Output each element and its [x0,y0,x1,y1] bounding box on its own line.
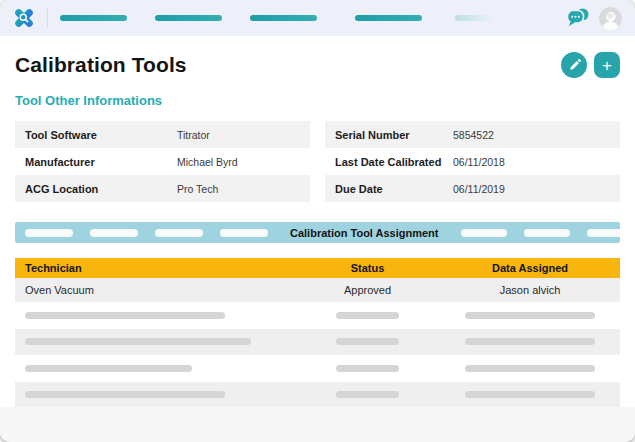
plus-icon: + [602,57,612,74]
info-label: Manufacturer [25,156,177,168]
banner-placeholder [90,229,138,237]
banner-placeholder [155,229,203,237]
row-placeholder [465,365,595,372]
info-label: ACG Location [25,183,177,195]
table-row: Oven Vacuum Approved Jason alvich [15,278,620,302]
info-label: Last Date Calibrated [335,156,453,168]
page-header: Calibration Tools + [15,52,620,78]
row-placeholder [336,338,399,345]
nav-item-placeholder-3[interactable] [250,15,317,21]
row-placeholder [336,365,399,372]
info-value: Titrator [177,129,210,141]
placeholder-row [15,355,620,382]
cell-data-assigned: Jason alvich [440,284,620,296]
row-placeholder [465,391,595,398]
nav-item-placeholder-1[interactable] [60,15,127,21]
row-placeholder [336,391,399,398]
assignment-banner-title: Calibration Tool Assignment [290,227,439,239]
info-row: Tool Software Titrator [15,121,310,148]
info-value: Pro Tech [177,183,218,195]
chat-bubbles-icon[interactable] [565,6,590,30]
row-placeholder [336,312,399,319]
app-logo-icon[interactable] [10,4,38,32]
row-placeholder [25,312,225,319]
nav-item-placeholder-5[interactable] [455,15,493,21]
nav-item-placeholder-4[interactable] [355,15,422,21]
banner-placeholder [25,229,73,237]
banner-placeholder [461,229,507,237]
info-value: 5854522 [453,129,494,141]
tool-info-table-right: Serial Number 5854522 Last Date Calibrat… [325,121,620,202]
nav-item-placeholder-2[interactable] [155,15,222,21]
page-title: Calibration Tools [15,53,561,77]
banner-placeholder [524,229,570,237]
info-label: Due Date [335,183,453,195]
info-label: Serial Number [335,129,453,141]
row-placeholder [25,365,192,372]
column-header-data-assigned: Data Assigned [440,262,620,274]
cell-technician: Oven Vacuum [15,284,295,296]
row-placeholder [25,391,225,398]
edit-button[interactable] [561,52,587,78]
info-row: Manufacturer Michael Byrd [15,148,310,175]
info-label: Tool Software [25,129,177,141]
info-value: Michael Byrd [177,156,238,168]
page-content: Calibration Tools + Tool Other Informati… [0,52,635,408]
info-value: 06/11/2019 [453,183,505,195]
column-header-technician: Technician [15,262,295,274]
row-placeholder [465,312,595,319]
banner-placeholder [587,229,633,237]
row-placeholder [25,338,251,345]
add-button[interactable]: + [594,52,620,78]
info-row: Last Date Calibrated 06/11/2018 [325,148,620,175]
cell-status: Approved [295,284,440,296]
info-row: Due Date 06/11/2019 [325,175,620,202]
table-header-row: Technician Status Data Assigned [15,258,620,278]
info-row: ACG Location Pro Tech [15,175,310,202]
top-navigation-bar [0,0,635,36]
info-row: Serial Number 5854522 [325,121,620,148]
placeholder-row [15,329,620,356]
assignment-banner: Calibration Tool Assignment [15,222,620,243]
pencil-icon [568,59,581,72]
tool-info-table-left: Tool Software Titrator Manufacturer Mich… [15,121,310,202]
info-value: 06/11/2018 [453,156,505,168]
banner-placeholder [220,229,268,237]
placeholder-row [15,302,620,329]
row-placeholder [465,338,595,345]
placeholder-row [15,382,620,409]
page-footer-area [0,407,635,442]
assignment-table: Technician Status Data Assigned Oven Vac… [15,258,620,408]
user-avatar[interactable] [599,7,622,30]
section-title: Tool Other Informations [15,93,620,108]
app-window: Calibration Tools + Tool Other Informati… [0,0,635,442]
tool-info-grid: Tool Software Titrator Manufacturer Mich… [15,121,620,202]
divider [47,8,48,28]
column-header-status: Status [295,262,440,274]
